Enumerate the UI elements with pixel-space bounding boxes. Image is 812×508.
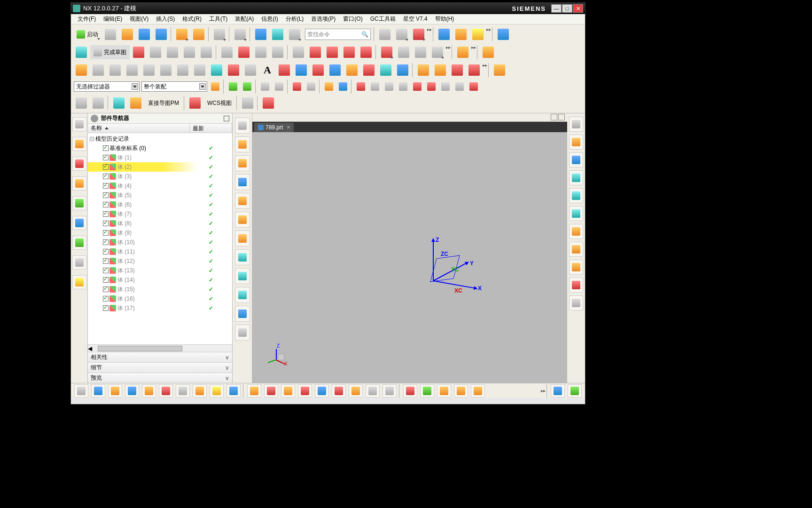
tree-item[interactable]: 体 (14)✓ [88,275,232,285]
quick-extend-button[interactable] [341,44,357,60]
mbtn-6[interactable] [235,212,250,228]
sel-btn-17[interactable] [453,80,466,93]
sel-btn-4[interactable] [258,80,272,93]
info-button[interactable] [287,26,303,42]
sel-btn-11[interactable] [368,80,382,93]
bb-13[interactable] [281,384,295,397]
bb-6[interactable] [159,384,173,397]
direct-sketch-pm-button[interactable]: 直接导图PM [145,96,182,110]
curve-21[interactable] [432,62,448,78]
overflow-icon[interactable]: ▸▸ [446,45,451,50]
mbtn-11[interactable] [235,306,250,322]
history-button[interactable] [72,236,86,250]
line-button[interactable] [148,44,164,60]
3d-viewport[interactable]: X Y Z XC YC ZC Z X [252,132,567,383]
menu-analysis[interactable]: 分析(L) [282,14,308,24]
assembly-navigator-button[interactable] [72,157,86,171]
sketch-plane-button[interactable] [128,95,144,111]
menu-insert[interactable]: 插入(S) [152,14,179,24]
checkbox[interactable] [103,192,109,198]
checkbox[interactable] [103,277,109,283]
reuse-library-button[interactable] [72,196,86,210]
overflow-icon[interactable]: ▸▸ [471,45,476,50]
undo-button[interactable] [174,26,190,42]
wireframe-button[interactable] [253,26,269,42]
curve-13[interactable] [293,62,309,78]
checkbox[interactable] [103,202,109,207]
curve-22[interactable] [449,62,465,78]
save-button[interactable] [136,26,152,42]
datum-axis-button[interactable] [90,95,106,111]
sel-btn-13[interactable] [397,80,410,93]
redo-button[interactable] [191,26,207,42]
scroll-left-arrow[interactable]: ◀ [88,345,92,352]
rbtn-3[interactable] [569,152,583,167]
menu-starry[interactable]: 星空 V7.4 [399,14,431,24]
mbtn-12[interactable] [235,325,250,341]
curve-17[interactable] [361,62,377,78]
curve-19[interactable] [395,62,411,78]
bb-14[interactable] [298,384,312,397]
checkbox[interactable] [103,183,109,189]
bb-15[interactable] [315,384,329,397]
tree-item[interactable]: 体 (7)✓ [88,209,232,219]
dimension-button[interactable] [379,44,395,60]
tree-item[interactable]: 体 (11)✓ [88,247,232,256]
layout-btn-2[interactable] [558,114,565,120]
select-box-button[interactable] [260,95,276,111]
mbtn-7[interactable] [235,230,250,246]
bb-26[interactable] [568,384,582,397]
sel-btn-15[interactable] [425,80,438,93]
sel-btn-2[interactable] [226,80,240,93]
tb-btn-b2[interactable] [429,44,445,60]
bb-5[interactable] [142,384,156,397]
rbtn-5[interactable] [569,188,583,203]
bb-9[interactable] [210,384,224,397]
curve-23[interactable] [466,62,482,78]
menu-format[interactable]: 格式(R) [179,14,205,24]
bb-10[interactable] [226,384,241,397]
sel-btn-5[interactable] [273,80,286,93]
bb-20[interactable] [403,384,417,397]
fillet-button[interactable] [198,44,214,60]
corner-button[interactable] [358,44,374,60]
sel-btn-18[interactable] [467,80,480,93]
menu-window[interactable]: 窗口(O) [339,14,366,24]
launch-button[interactable]: 启动 [73,27,102,41]
sel-btn-12[interactable] [383,80,396,93]
mbtn-3[interactable] [235,155,250,171]
menu-tools[interactable]: 工具(T) [205,14,231,24]
sel-btn-9[interactable] [336,80,350,93]
tb-btn-a7[interactable] [495,26,511,42]
curve-6[interactable] [158,62,174,78]
part-navigator-button[interactable] [72,137,86,151]
section-preview[interactable]: 预览∨ [88,373,232,383]
mbtn-4[interactable] [235,174,250,190]
rbtn-4[interactable] [569,170,583,185]
shade-button[interactable] [232,26,248,42]
checkbox[interactable] [103,268,109,273]
mbtn-10[interactable] [235,287,250,303]
maximize-button[interactable]: □ [562,4,572,13]
mbtn-2[interactable] [235,136,250,152]
menu-assembly[interactable]: 装配(A) [231,14,258,24]
panel-pop-button[interactable] [224,116,229,121]
trim-button[interactable] [290,44,306,60]
extrude-button[interactable] [455,44,471,60]
bb-12[interactable] [264,384,278,397]
overflow-icon[interactable]: ▸▸ [486,27,491,32]
clock-button[interactable] [72,255,86,270]
constraint-nav-button[interactable] [72,176,86,190]
checkbox[interactable] [103,249,109,254]
curve-7[interactable] [175,62,191,78]
curve-20[interactable] [415,62,431,78]
circle-button[interactable] [181,44,197,60]
rbtn-10[interactable] [569,278,583,293]
curve-15[interactable] [327,62,343,78]
wcs-icon-button[interactable] [187,95,203,111]
curve-5[interactable] [141,62,157,78]
menu-info[interactable]: 信息(I) [258,14,281,24]
curve-24[interactable] [492,62,508,78]
tree-root-row[interactable]: − 模型历史记录 [88,134,232,143]
tree-item[interactable]: 体 (4)✓ [88,181,232,190]
